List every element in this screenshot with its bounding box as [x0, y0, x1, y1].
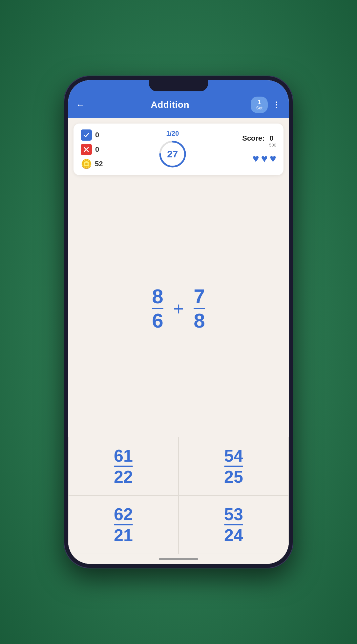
coin-row: 🪙 52 — [81, 158, 103, 169]
fraction-2: 7 8 — [194, 286, 205, 331]
ans1-num: 61 — [114, 447, 133, 464]
answer-cell-2[interactable]: 54 25 — [178, 437, 289, 495]
ans1-line — [114, 466, 133, 467]
phone-screen: ← Addition 1 Set ⋮ 0 — [68, 80, 289, 564]
question-area: 8 6 + 7 8 — [68, 180, 289, 437]
heart-3: ♥ — [270, 152, 276, 165]
home-indicator — [159, 558, 198, 560]
stats-left: 0 0 🪙 52 — [81, 129, 103, 169]
fraction-equation: 8 6 + 7 8 — [152, 286, 205, 331]
stats-card: 0 0 🪙 52 1/20 — [74, 124, 284, 175]
home-bar — [68, 554, 289, 564]
more-button[interactable]: ⋮ — [272, 100, 281, 109]
header-right: 1 Set ⋮ — [251, 97, 281, 113]
answer-fraction-3: 62 21 — [114, 506, 133, 544]
coin-icon: 🪙 — [81, 158, 92, 169]
score-bonus: +500 — [267, 143, 276, 148]
score-block: Score: 0 +500 — [242, 134, 276, 148]
cross-icon — [81, 144, 92, 155]
progress-fraction: 1/20 — [166, 130, 179, 137]
ans2-num: 54 — [224, 447, 243, 464]
back-button[interactable]: ← — [76, 100, 89, 110]
correct-row: 0 — [81, 129, 103, 141]
correct-count: 0 — [95, 131, 99, 139]
coin-count: 52 — [95, 160, 103, 168]
frac1-num: 8 — [152, 286, 163, 307]
set-number: 1 — [258, 99, 261, 106]
answer-cell-3[interactable]: 62 21 — [68, 495, 178, 554]
ans2-den: 25 — [224, 468, 243, 485]
phone-shell: ← Addition 1 Set ⋮ 0 — [64, 76, 293, 568]
stats-right: Score: 0 +500 ♥ ♥ ♥ — [242, 134, 276, 165]
heart-1: ♥ — [252, 152, 259, 165]
ans4-num: 53 — [224, 506, 243, 523]
ans4-den: 24 — [224, 527, 243, 544]
wrong-count: 0 — [95, 145, 99, 154]
check-icon — [81, 129, 92, 141]
ans3-num: 62 — [114, 506, 133, 523]
frac2-den: 8 — [194, 310, 205, 331]
answer-cell-1[interactable]: 61 22 — [68, 437, 178, 495]
frac2-num: 7 — [194, 286, 205, 307]
answer-fraction-2: 54 25 — [224, 447, 243, 485]
set-label: Set — [256, 106, 262, 110]
set-badge[interactable]: 1 Set — [251, 97, 268, 113]
answer-grid: 61 22 54 25 62 21 — [68, 437, 289, 554]
hearts-row: ♥ ♥ ♥ — [252, 152, 276, 165]
wrong-row: 0 — [81, 144, 103, 155]
fraction-1: 8 6 — [152, 286, 163, 331]
timer-value: 27 — [167, 149, 178, 160]
ans1-den: 22 — [114, 468, 133, 485]
score-main: 0 — [269, 134, 273, 143]
frac1-den: 6 — [152, 310, 163, 331]
page-title: Addition — [151, 100, 189, 110]
score-value-block: 0 +500 — [267, 134, 276, 148]
ans2-line — [224, 466, 243, 467]
notch — [149, 80, 208, 91]
score-label: Score: — [242, 134, 264, 143]
ans3-line — [114, 524, 133, 525]
answer-cell-4[interactable]: 53 24 — [178, 495, 289, 554]
answer-fraction-4: 53 24 — [224, 506, 243, 544]
ans3-den: 21 — [114, 527, 133, 544]
plus-operator: + — [173, 298, 184, 319]
ans4-line — [224, 524, 243, 525]
heart-2: ♥ — [261, 152, 268, 165]
answer-fraction-1: 61 22 — [114, 447, 133, 485]
timer-circle: 27 — [158, 139, 187, 169]
